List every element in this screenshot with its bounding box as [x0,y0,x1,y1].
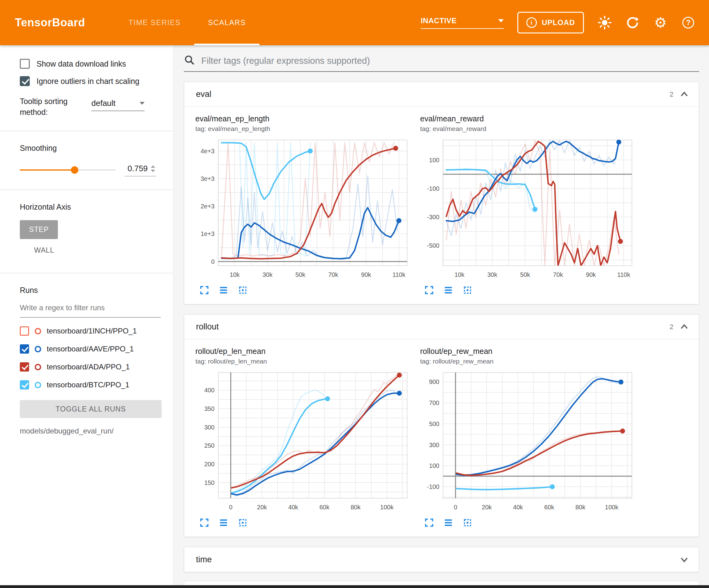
svg-text:50k: 50k [295,271,306,278]
tooltip-sorting-value: default [91,99,115,108]
header-actions: INACTIVE i UPLOAD ⚙ ? [421,12,695,33]
chart-title: rollout/ep_rew_mean [420,347,637,356]
section-card-rollout: rollout 2 rollout/ep_len_mean tag: rollo… [184,314,699,537]
section-card-eval: eval 2 eval/mean_ep_length tag: eval/mea… [184,82,699,304]
chart-tag: tag: rollout/ep_rew_mean [420,358,637,365]
status-dropdown[interactable]: INACTIVE [421,17,504,29]
fit-domain-icon[interactable] [237,517,248,528]
smoothing-slider[interactable] [20,165,116,175]
data-table-icon[interactable] [443,285,453,296]
ignore-outliers-checkbox[interactable] [20,76,30,86]
axis-wall-button[interactable]: WALL [25,241,63,260]
show-download-links-checkbox[interactable] [20,59,30,69]
fullscreen-icon[interactable] [199,517,210,528]
collapse-chevron-up-icon[interactable] [678,88,691,101]
ignore-outliers-row[interactable]: Ignore outliers in chart scaling [20,76,161,86]
svg-text:60k: 60k [544,504,554,511]
search-icon [184,54,195,67]
chart-eval-mean-ep-length: eval/mean_ep_length tag: eval/mean_ep_le… [195,114,412,296]
svg-text:40k: 40k [513,504,523,511]
data-table-icon[interactable] [443,517,453,528]
svg-text:60k: 60k [319,504,330,511]
smoothing-value-field[interactable]: 0.759 [125,163,156,177]
chart-tag: tag: eval/mean_ep_length [195,125,412,132]
axis-relative-button[interactable] [63,225,82,235]
slider-fill [20,169,75,171]
svg-text:30k: 30k [263,271,273,278]
run-row-1inch[interactable]: tensorboard/1INCH/PPO_1 [20,322,161,340]
run-row-btc[interactable]: tensorboard/BTC/PPO_1 [20,376,161,394]
svg-text:10k: 10k [230,271,240,278]
show-download-links-row[interactable]: Show data download links [20,59,161,69]
svg-text:700: 700 [429,400,439,406]
svg-text:0: 0 [211,258,215,265]
brightness-icon[interactable] [598,16,612,30]
run-checkbox[interactable] [20,380,29,389]
run-row-aave[interactable]: tensorboard/AAVE/PPO_1 [20,340,161,358]
chart-toolbar [195,285,412,296]
upload-button-label: UPLOAD [542,18,575,27]
runs-directory-path: models/debugged_eval_run/ [20,427,161,435]
section-header-time[interactable]: time [184,547,699,572]
collapse-chevron-up-icon[interactable] [678,321,691,333]
tab-time-series[interactable]: TIME SERIES [115,0,194,45]
run-color-indicator [35,346,41,352]
chart-toolbar [195,517,412,528]
svg-text:250: 250 [204,442,215,449]
fullscreen-icon[interactable] [424,517,435,528]
svg-text:500: 500 [429,420,439,427]
tag-filter-input[interactable] [201,56,699,66]
svg-text:350: 350 [204,405,215,412]
tag-filter-bar [184,54,699,72]
fullscreen-icon[interactable] [199,285,210,296]
help-icon[interactable]: ? [681,16,695,30]
line-chart-plot[interactable]: 10k30k50k70k90k110k100-100-300-500 [420,136,637,282]
fit-domain-icon[interactable] [462,517,473,528]
line-chart-plot[interactable]: 10k30k50k70k90k110k01e+32e+33e+34e+3 [195,136,412,282]
svg-text:900: 900 [429,378,439,385]
upload-button[interactable]: i UPLOAD [517,12,584,33]
run-checkbox[interactable] [20,344,29,354]
line-chart-plot[interactable]: 020k40k60k80k100k-100100300500700900 [420,369,637,514]
data-table-icon[interactable] [218,285,229,296]
section-header-rollout[interactable]: rollout 2 [184,314,699,339]
chart-title: eval/mean_reward [420,114,637,123]
status-dropdown-value: INACTIVE [421,17,457,25]
chart-title: rollout/ep_len_mean [195,347,412,356]
stepper-down-icon[interactable] [151,170,155,172]
run-checkbox[interactable] [20,362,29,372]
chart-tag: tag: eval/mean_reward [420,125,637,132]
toggle-all-runs-button[interactable]: TOGGLE ALL RUNS [20,400,162,418]
fit-domain-icon[interactable] [237,285,248,296]
svg-text:110k: 110k [618,271,631,278]
axis-step-button[interactable]: STEP [20,220,58,239]
fullscreen-icon[interactable] [424,285,435,296]
run-label: tensorboard/1INCH/PPO_1 [47,327,137,335]
fit-domain-icon[interactable] [462,285,473,296]
chart-title: eval/mean_ep_length [195,114,412,123]
stepper-up-icon[interactable] [151,165,155,168]
svg-text:200: 200 [204,461,215,467]
run-checkbox[interactable] [20,326,29,336]
tooltip-sorting-dropdown[interactable]: default [91,99,145,111]
line-chart-plot[interactable]: 020k40k60k80k100k150200250300350400 [195,369,412,514]
svg-text:-100: -100 [427,185,439,192]
settings-gear-icon[interactable]: ⚙ [653,16,667,30]
main-content: eval 2 eval/mean_ep_length tag: eval/mea… [174,45,709,588]
svg-text:80k: 80k [350,504,361,511]
chart-eval-mean-reward: eval/mean_reward tag: eval/mean_reward 1… [420,114,637,296]
svg-text:90k: 90k [361,271,371,278]
stepper [151,165,155,172]
expand-chevron-down-icon[interactable] [678,553,691,566]
slider-track[interactable] [20,169,116,171]
sidebar: Show data download links Ignore outliers… [0,45,174,588]
slider-thumb[interactable] [71,166,78,174]
tab-scalars[interactable]: SCALARS [194,0,259,45]
runs-filter-input[interactable] [20,300,161,318]
refresh-icon[interactable] [625,16,640,30]
run-row-ada[interactable]: tensorboard/ADA/PPO_1 [20,358,161,376]
section-header-eval[interactable]: eval 2 [184,82,699,107]
info-icon: i [526,17,537,28]
data-table-icon[interactable] [218,517,229,528]
smoothing-label: Smoothing [20,144,161,153]
